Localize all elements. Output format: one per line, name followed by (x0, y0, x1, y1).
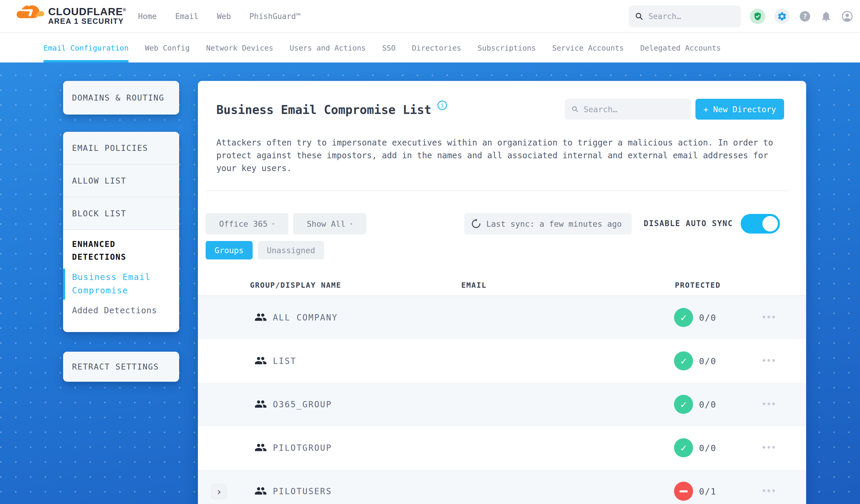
tab-email-configuration[interactable]: Email Configuration (43, 33, 129, 62)
view-switch: Groups Unassigned (206, 241, 324, 259)
row-name: LIST (273, 356, 296, 366)
groups-tab[interactable]: Groups (206, 241, 253, 259)
new-directory-button[interactable]: + New Directory (696, 99, 784, 120)
unprotected-minus-icon (674, 482, 693, 501)
user-profile-icon[interactable] (841, 10, 854, 23)
sidebar-card-email: EMAIL POLICIES ALLOW LIST BLOCK LIST ENH… (63, 132, 179, 332)
group-icon (255, 311, 267, 323)
table-row[interactable]: O365_GROUP ✓ 0/0 (198, 383, 806, 426)
column-group-display-name: GROUP/DISPLAY NAME (250, 281, 341, 289)
sidebar-section-enhanced-detections: ENHANCED DETECTIONS Business Email Compr… (63, 230, 179, 332)
row-name: PILOTGROUP (273, 443, 332, 453)
table-row[interactable]: PILOTGROUP ✓ 0/0 (198, 426, 806, 470)
group-icon (255, 485, 267, 497)
list-search-input[interactable] (584, 105, 685, 114)
protected-count: 0/1 (699, 487, 716, 496)
row-menu-button[interactable] (763, 489, 775, 492)
help-icon[interactable]: ? (799, 10, 811, 23)
topbar-icons: ? (750, 0, 860, 33)
global-search-input[interactable] (648, 12, 735, 21)
toggle-knob (762, 216, 778, 231)
tab-delegated-accounts[interactable]: Delegated Accounts (640, 33, 721, 62)
tab-sso[interactable]: SSO (382, 33, 396, 62)
unassigned-tab[interactable]: Unassigned (258, 241, 324, 259)
search-icon (571, 105, 579, 113)
row-name: ALL COMPANY (273, 313, 338, 322)
tab-users-and-actions[interactable]: Users and Actions (289, 33, 366, 62)
divider (206, 190, 789, 191)
tab-web-config[interactable]: Web Config (145, 33, 190, 62)
protected-check-icon: ✓ (674, 351, 693, 371)
expand-chevron-button[interactable]: › (211, 484, 227, 499)
sidebar-item-added-detections[interactable]: Added Detections (72, 305, 170, 315)
info-icon[interactable]: i (438, 101, 447, 110)
registered-mark: ® (123, 8, 126, 12)
tab-directories[interactable]: Directories (412, 33, 461, 62)
brand[interactable]: CLOUDFLARE® AREA 1 SECURITY (15, 3, 126, 27)
sidebar-item-allow-list[interactable]: ALLOW LIST (63, 164, 179, 197)
filter-row: Office 365 ▾ Show All ▾ Last sync: a few… (198, 213, 806, 234)
top-nav: Home Email Web PhishGuard™ (138, 0, 301, 33)
tab-network-devices[interactable]: Network Devices (206, 33, 273, 62)
chevron-down-icon: ▾ (350, 221, 353, 227)
card-header: Business Email Compromise List i + New D… (198, 81, 806, 126)
sidebar-item-block-list[interactable]: BLOCK LIST (63, 197, 179, 230)
settings-gear-icon[interactable] (774, 9, 790, 24)
row-menu-button[interactable] (763, 359, 775, 362)
security-shield-icon[interactable] (750, 9, 765, 24)
cloudflare-logo-icon (15, 3, 44, 27)
protected-count: 0/0 (699, 356, 716, 366)
sidebar-card-retract: RETRACT SETTINGS (63, 352, 179, 382)
page-description: Attackers often try to impersonate execu… (216, 136, 779, 175)
directory-dropdown[interactable]: Office 365 ▾ (206, 213, 288, 234)
workspace-background: DOMAINS & ROUTING EMAIL POLICIES ALLOW L… (0, 62, 860, 504)
row-name: PILOTUSERS (273, 487, 332, 496)
nav-phishguard[interactable]: PhishGuard™ (249, 12, 301, 21)
column-protected: PROTECTED (675, 281, 720, 289)
page-title: Business Email Compromise List (216, 103, 431, 117)
auto-sync-toggle[interactable] (741, 214, 780, 233)
show-filter-dropdown[interactable]: Show All ▾ (293, 213, 366, 234)
row-name: O365_GROUP (273, 400, 332, 409)
protected-count: 0/0 (699, 313, 716, 323)
protected-check-icon: ✓ (674, 438, 693, 457)
notifications-bell-icon[interactable] (820, 11, 832, 22)
svg-text:?: ? (803, 12, 807, 20)
table-row[interactable]: › PILOTUSERS 0/1 (198, 470, 806, 504)
search-icon (635, 12, 644, 21)
group-icon (255, 398, 267, 410)
sidebar-item-enhanced-detections[interactable]: ENHANCED DETECTIONS (72, 238, 170, 263)
sidebar-item-retract-settings[interactable]: RETRACT SETTINGS (63, 352, 179, 382)
group-icon (255, 354, 267, 367)
content-card: Business Email Compromise List i + New D… (198, 81, 806, 504)
row-menu-button[interactable] (763, 316, 775, 318)
nav-email[interactable]: Email (175, 12, 199, 21)
refresh-icon (471, 218, 482, 229)
sidebar-item-email-policies[interactable]: EMAIL POLICIES (63, 132, 179, 164)
sidebar-item-business-email-compromise[interactable]: Business Email Compromise (72, 271, 155, 297)
last-sync-text: Last sync: a few minutes ago (486, 219, 622, 229)
nav-home[interactable]: Home (138, 12, 157, 21)
protected-count: 0/0 (699, 443, 716, 453)
brand-line2: AREA 1 SECURITY (48, 17, 126, 25)
list-search[interactable] (565, 99, 691, 120)
table-row[interactable]: ALL COMPANY ✓ 0/0 (198, 296, 806, 340)
row-menu-button[interactable] (763, 403, 775, 405)
section-tabs: Email Configuration Web Config Network D… (0, 33, 860, 62)
global-search[interactable] (629, 6, 741, 27)
chevron-down-icon: ▾ (272, 221, 275, 227)
tab-service-accounts[interactable]: Service Accounts (552, 33, 624, 62)
brand-line1: CLOUDFLARE® (48, 4, 126, 17)
group-icon (255, 441, 267, 454)
sidebar-item-domains-routing[interactable]: DOMAINS & ROUTING (63, 81, 179, 115)
protected-check-icon: ✓ (674, 308, 693, 327)
tab-subscriptions[interactable]: Subscriptions (478, 33, 536, 62)
table-row[interactable]: LIST ✓ 0/0 (198, 340, 806, 383)
last-sync-button[interactable]: Last sync: a few minutes ago (464, 213, 632, 234)
nav-web[interactable]: Web (217, 12, 231, 21)
auto-sync-label: DISABLE AUTO SYNC (644, 219, 733, 228)
row-menu-button[interactable] (763, 446, 775, 449)
sidebar-card-domains-routing: DOMAINS & ROUTING (63, 81, 179, 115)
table-header: GROUP/DISPLAY NAME EMAIL PROTECTED (198, 277, 806, 296)
protected-check-icon: ✓ (674, 395, 693, 414)
